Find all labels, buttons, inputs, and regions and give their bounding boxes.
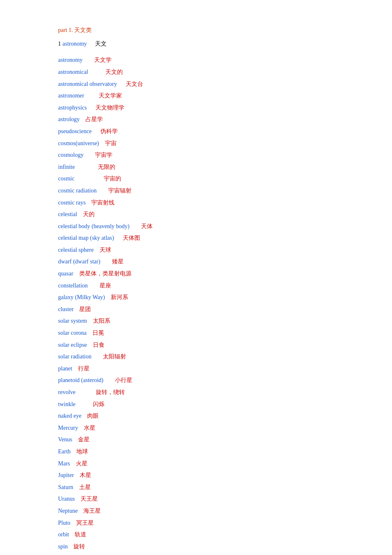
entry-zh: 肉眼	[87, 413, 99, 419]
entry-en: astronomy	[58, 57, 83, 63]
entry-en: dwarf (dwarf star)	[58, 258, 100, 265]
list-item: Uranus天王星	[58, 494, 334, 505]
list-item: celestial map (sky atlas)天体图	[58, 233, 334, 244]
list-item: dwarf (dwarf star)矮星	[58, 256, 334, 268]
entry-en: astronomical observatory	[58, 81, 117, 87]
entry-en: pseudoscience	[58, 128, 92, 134]
list-item: astronomer天文学家	[58, 90, 334, 102]
entry-zh: 宇宙射线	[91, 200, 114, 206]
entry-en: solar system	[58, 318, 87, 324]
list-item: revolve旋转，绕转	[58, 387, 334, 398]
entry-en: Mars	[58, 460, 70, 467]
list-item: planet行星	[58, 363, 334, 375]
list-item: Mercury水星	[58, 423, 334, 434]
list-item: Earth地球	[58, 446, 334, 458]
list-item: Neptune海王星	[58, 506, 334, 517]
list-item: celestial sphere天球	[58, 245, 334, 256]
entry-en: solar eclipse	[58, 342, 87, 348]
entry-zh: 日食	[93, 342, 105, 348]
entry-zh: 星团	[79, 306, 91, 312]
entry-en: celestial sphere	[58, 247, 94, 253]
entry-zh: 天的	[83, 211, 95, 217]
entry-zh: 天体图	[123, 235, 140, 241]
entry-en: astronomer	[58, 92, 84, 99]
entry-zh: 太阳系	[93, 318, 110, 324]
list-item: astronomy天文学	[58, 55, 334, 66]
entry-zh: 冥王星	[76, 520, 94, 526]
section-title-row: 1 astronomy 天文	[58, 39, 334, 49]
entry-en: astrophysics	[58, 105, 87, 111]
entry-zh: 旋转	[73, 543, 85, 550]
entry-en: Saturn	[58, 484, 73, 490]
list-item: pseudoscience伪科学	[58, 126, 334, 137]
entry-zh: 星座	[100, 282, 111, 289]
entry-en: infinite	[58, 164, 75, 170]
entry-en: Earth	[58, 448, 71, 455]
vocab-list: astronomy天文学astronomical天文的astronomical …	[58, 55, 334, 555]
entry-zh: 闪烁	[93, 401, 105, 407]
list-item: celestial天的	[58, 209, 334, 220]
entry-en: planet	[58, 365, 72, 372]
entry-en: celestial map (sky atlas)	[58, 235, 114, 241]
entry-zh: 宇宙	[105, 140, 117, 146]
entry-en: astrology	[58, 116, 80, 122]
entry-zh: 海王星	[83, 508, 101, 514]
entry-en: galaxy (Milky Way)	[58, 294, 105, 300]
entry-zh: 宇宙辐射	[108, 187, 131, 194]
entry-zh: 类星体，类星射电源	[79, 270, 131, 277]
entry-zh: 地球	[76, 448, 88, 455]
entry-en: spin	[58, 543, 68, 550]
list-item: solar system太阳系	[58, 316, 334, 327]
section-en: astronomy	[63, 41, 87, 47]
entry-zh: 天王星	[80, 496, 98, 502]
entry-zh: 土星	[79, 484, 91, 490]
entry-en: cosmic radiation	[58, 187, 97, 194]
entry-en: cosmic rays	[58, 200, 85, 206]
entry-zh: 小行星	[115, 377, 132, 383]
entry-zh: 天文学	[94, 57, 112, 63]
list-item: astrology占星学	[58, 114, 334, 125]
entry-zh: 火星	[76, 460, 88, 467]
entry-zh: 天文学家	[99, 92, 122, 99]
list-item: quasar类星体，类星射电源	[58, 268, 334, 280]
entry-en: naked eye	[58, 413, 81, 419]
list-item: spin旋转	[58, 541, 334, 553]
list-item: cosmic rays宇宙射线	[58, 197, 334, 209]
list-item: planetoid (asteroid)小行星	[58, 375, 334, 386]
entry-zh: 水星	[84, 425, 95, 431]
list-item: satellite卫星	[58, 553, 334, 555]
entry-zh: 天体	[141, 223, 153, 229]
entry-en: Pluto	[58, 520, 71, 526]
entry-zh: 矮星	[112, 258, 124, 265]
entry-en: cosmos(universe)	[58, 140, 99, 146]
entry-zh: 日冕	[93, 330, 104, 336]
entry-en: revolve	[58, 389, 75, 395]
list-item: astronomical天文的	[58, 67, 334, 78]
entry-en: Neptune	[58, 508, 78, 514]
entry-en: cosmic	[58, 175, 75, 182]
list-item: celestial body (heavenly body)天体	[58, 221, 334, 232]
section-number: 1	[58, 41, 63, 47]
section-zh: 天文	[95, 41, 107, 47]
list-item: astrophysics天文物理学	[58, 102, 334, 114]
list-item: Venus金星	[58, 434, 334, 445]
entry-zh: 天文台	[126, 81, 143, 87]
entry-zh: 伪科学	[100, 128, 118, 134]
entry-en: constellation	[58, 282, 88, 289]
entry-en: cluster	[58, 306, 73, 312]
entry-zh: 天文的	[105, 69, 123, 75]
list-item: solar corona日冕	[58, 328, 334, 339]
list-item: cluster星团	[58, 304, 334, 315]
list-item: cosmic radiation宇宙辐射	[58, 185, 334, 197]
entry-zh: 天文物理学	[95, 105, 124, 111]
entry-zh: 旋转，绕转	[96, 389, 125, 395]
list-item: solar radiation太阳辐射	[58, 351, 334, 363]
list-item: cosmos(universe)宇宙	[58, 138, 334, 149]
list-item: Pluto冥王星	[58, 518, 334, 529]
entry-en: quasar	[58, 270, 73, 277]
entry-en: celestial body (heavenly body)	[58, 223, 129, 229]
entry-en: cosmology	[58, 152, 83, 158]
list-item: orbit轨道	[58, 529, 334, 540]
entry-en: Uranus	[58, 496, 75, 502]
entry-en: solar corona	[58, 330, 87, 336]
